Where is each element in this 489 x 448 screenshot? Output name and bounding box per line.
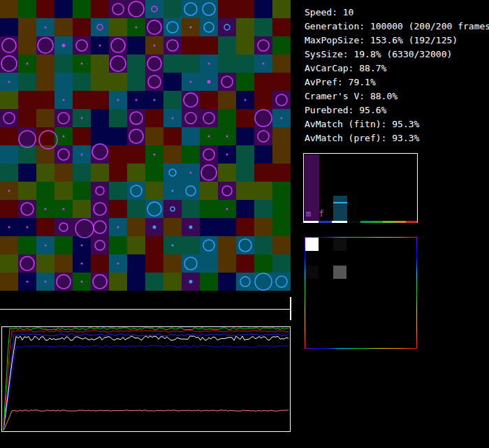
stat-line: MaxPopSize: 153.6% (192/125) <box>305 34 486 48</box>
stat-line: AvMatch (fitn): 95.3% <box>305 117 486 131</box>
organism-ring <box>57 275 71 289</box>
organism-ring <box>94 221 106 233</box>
sex-axis-segment <box>406 221 417 223</box>
organism-ring <box>147 57 161 71</box>
stats-panel: Speed: 10Generation: 100000 (200/200 fra… <box>305 6 486 145</box>
sex-axis-segment <box>395 221 406 223</box>
stat-line: Speed: 10 <box>305 6 486 20</box>
organism-ring <box>169 169 176 176</box>
organism-ring <box>186 186 196 196</box>
organism-ring <box>94 203 106 215</box>
organism-dot <box>99 45 101 47</box>
organism-ring <box>276 94 287 106</box>
organism-dot <box>81 263 83 265</box>
organism-dot <box>190 172 192 174</box>
organism-ring <box>224 24 230 30</box>
sex-axis-segment <box>304 221 319 223</box>
organism-dot <box>62 44 66 48</box>
organism-dot <box>190 81 192 83</box>
sex-axis-segment <box>372 221 383 223</box>
sex-bar-marker <box>333 202 347 203</box>
organism-dot <box>45 281 47 283</box>
stat-line: SysSize: 19.8% (6330/32000) <box>305 48 486 62</box>
history-series-red-line <box>3 331 289 431</box>
organism-dot <box>45 208 47 210</box>
matrix-border-edge <box>416 237 417 349</box>
organism-ring <box>58 113 69 124</box>
organism-dot <box>172 117 174 120</box>
organism-dot <box>172 190 174 192</box>
organism-ring <box>3 113 15 124</box>
organism-ring <box>58 149 69 160</box>
organism-dot <box>189 280 193 284</box>
organism-dot <box>281 117 283 120</box>
world-canvas[interactable] <box>0 0 291 291</box>
organism-dot <box>226 208 228 210</box>
timeline-cursor[interactable] <box>290 297 291 320</box>
sex-ratio-chart: m f <box>303 153 418 223</box>
stat-line: Generation: 100000 (200/200 frames) <box>305 20 486 34</box>
organism-ring <box>258 40 269 51</box>
organism-dot <box>45 27 47 29</box>
organism-ring <box>240 277 250 287</box>
organism-ring <box>255 273 272 290</box>
organism-ring <box>184 3 197 15</box>
organism-dot <box>63 208 65 210</box>
organism-ring <box>148 75 161 88</box>
organism-ring <box>167 22 178 33</box>
organism-ring <box>112 3 124 15</box>
organism-ring <box>92 144 108 159</box>
sex-ratio-axis <box>304 221 417 223</box>
sex-ratio-label: m f <box>306 209 326 219</box>
organism-ring <box>38 38 53 53</box>
organism-dot <box>136 99 138 101</box>
timeline-track[interactable] <box>0 309 291 310</box>
organism-dot <box>63 136 65 138</box>
organism-ring <box>152 6 157 12</box>
organism-dot <box>154 45 156 47</box>
organism-ring <box>222 186 232 196</box>
organism-dot <box>208 63 210 65</box>
history-lines <box>2 327 290 431</box>
history-series-salmon-line <box>3 410 289 431</box>
organism-dot <box>154 99 156 101</box>
organism-ring <box>96 187 104 195</box>
simulation-app-window: Speed: 10Generation: 100000 (200/200 fra… <box>0 0 489 448</box>
organism-dot <box>190 27 192 29</box>
sex-axis-segment <box>360 221 372 223</box>
sex-bar-f <box>333 196 347 221</box>
organism-ring <box>204 22 214 32</box>
organism-ring <box>147 20 161 34</box>
matrix-cell <box>333 238 346 251</box>
organism-ring <box>184 93 198 107</box>
sex-axis-segment <box>332 221 346 223</box>
organism-ring <box>201 165 217 180</box>
matrix-cell <box>305 266 319 279</box>
organism-ring <box>203 3 215 15</box>
sex-axis-segment <box>319 221 332 223</box>
organism-dot <box>208 136 210 138</box>
organism-ring <box>20 256 34 270</box>
organism-dot <box>81 117 83 120</box>
organism-dot <box>81 154 83 156</box>
matrix-border-edge <box>305 237 417 238</box>
organism-dot <box>81 245 83 247</box>
matrix-cell <box>333 266 346 279</box>
organism-dot <box>207 80 211 84</box>
organism-ring <box>59 223 68 231</box>
organism-ring <box>239 239 251 252</box>
organism-ring <box>130 112 143 124</box>
organism-layer <box>0 0 291 291</box>
organism-ring <box>2 38 16 52</box>
organism-ring <box>255 110 272 127</box>
history-series-blue-lower-line <box>3 345 289 431</box>
organism-ring <box>203 240 214 251</box>
organism-dot <box>63 99 65 101</box>
organism-dot <box>81 281 83 283</box>
organism-dot <box>117 99 119 101</box>
matrix-border-edge <box>305 237 305 349</box>
organism-ring <box>97 24 103 30</box>
organism-dot <box>117 226 119 229</box>
history-series-green-line <box>3 328 289 431</box>
organism-ring <box>147 202 161 216</box>
